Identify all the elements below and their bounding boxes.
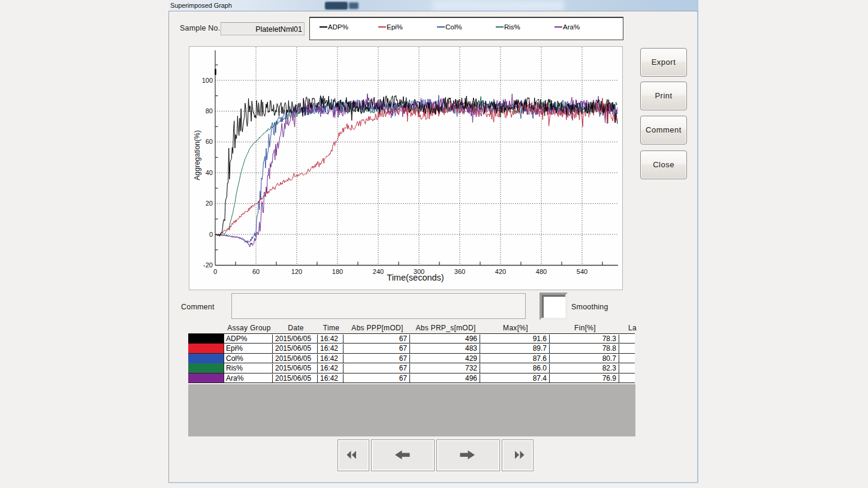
svg-text:420: 420	[495, 268, 506, 275]
svg-text:180: 180	[332, 268, 343, 275]
svg-text:60: 60	[252, 268, 260, 275]
svg-text:0: 0	[209, 231, 213, 238]
svg-text:Aggregation(%): Aggregation(%)	[193, 130, 201, 180]
svg-text:100: 100	[202, 77, 213, 84]
svg-text:360: 360	[454, 268, 465, 275]
svg-text:120: 120	[291, 268, 302, 275]
svg-text:240: 240	[373, 268, 384, 275]
svg-text:540: 540	[577, 268, 587, 275]
svg-text:0: 0	[213, 268, 217, 275]
svg-text:60: 60	[206, 138, 213, 145]
svg-text:Time(seconds): Time(seconds)	[387, 273, 444, 282]
svg-text:80: 80	[206, 107, 213, 115]
svg-text:480: 480	[536, 268, 547, 275]
svg-text:20: 20	[206, 200, 213, 207]
svg-text:40: 40	[206, 169, 213, 176]
svg-text:-20: -20	[203, 261, 213, 269]
